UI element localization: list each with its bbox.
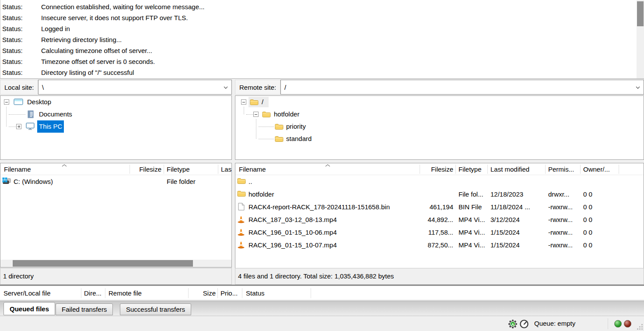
file-name[interactable]: RACK_196_01-15_10-06.mp4 — [248, 226, 337, 239]
expand-icon[interactable] — [16, 124, 21, 129]
tree-item-root[interactable]: / — [235, 96, 644, 108]
tab-successful-transfers[interactable]: Successful transfers — [120, 303, 191, 315]
local-list-hscrollbar-thumb[interactable] — [13, 260, 193, 267]
remote-site-combobox[interactable]: / — [280, 80, 644, 95]
gear-a-icon[interactable] — [508, 319, 518, 329]
local-file-list: Filename Filesize Filetype Last C: (Wind… — [0, 163, 232, 268]
file-owner: 0 0 — [583, 239, 592, 251]
queue-tab-bar: Queued files Failed transfers Successful… — [0, 301, 644, 316]
file-name[interactable]: RACK4-report-RACK_178-20241118-151658.bi… — [248, 201, 390, 213]
column-header-size[interactable]: Size — [190, 286, 216, 300]
log-status-label: Status: — [0, 1, 41, 12]
column-separator[interactable] — [218, 165, 218, 174]
column-separator[interactable] — [580, 165, 581, 174]
folder-icon — [237, 190, 246, 197]
column-header-status[interactable]: Status — [246, 286, 265, 300]
column-header-server-local-file[interactable]: Server/Local file — [4, 286, 51, 300]
tree-item-label[interactable]: Documents — [39, 108, 72, 120]
column-separator[interactable] — [105, 288, 105, 298]
log-status-label: Status: — [0, 45, 41, 56]
column-header-filetype[interactable]: Filetype — [458, 163, 482, 175]
column-header-filesize[interactable]: Filesize — [422, 163, 453, 175]
file-row-c-drive[interactable]: C: (Windows) File folder — [0, 175, 231, 188]
tree-item-this-pc[interactable]: This PC — [0, 120, 231, 133]
tree-item-label[interactable]: / — [262, 96, 263, 108]
column-separator[interactable] — [545, 165, 546, 174]
file-modified: 1/15/2024 — [490, 226, 520, 239]
column-header-priority[interactable]: Prio... — [220, 286, 238, 300]
file-name[interactable]: RACK_196_01-15_10-07.mp4 — [248, 239, 337, 251]
remote-list-status: 4 files and 1 directory. Total size: 1,0… — [235, 268, 644, 285]
tree-item-label[interactable]: hotfolder — [274, 108, 299, 120]
column-header-filename[interactable]: Filename — [4, 163, 31, 175]
file-name[interactable]: RACK_187_03-12_08-13.mp4 — [248, 213, 337, 226]
column-separator[interactable] — [81, 288, 81, 298]
green-status-ball-icon — [614, 320, 622, 327]
column-header-owner[interactable]: Owner/... — [583, 163, 610, 175]
file-size: 44,892... — [422, 213, 453, 226]
column-header-direction[interactable]: Dire... — [84, 286, 102, 300]
computer-icon — [26, 123, 35, 130]
tab-failed-transfers[interactable]: Failed transfers — [56, 303, 113, 315]
column-separator[interactable] — [188, 288, 189, 298]
column-separator[interactable] — [619, 165, 619, 174]
file-permissions: -rwxrw... — [548, 226, 573, 239]
collapse-icon[interactable] — [241, 99, 246, 105]
chevron-down-icon[interactable] — [636, 86, 640, 89]
column-separator[interactable] — [130, 165, 130, 174]
file-row-mp4[interactable]: RACK_187_03-12_08-13.mp4 44,892... MP4 V… — [235, 213, 644, 226]
windows-drive-icon — [2, 177, 11, 184]
file-modified: 1/15/2024 — [490, 239, 520, 251]
column-separator[interactable] — [455, 165, 456, 174]
file-name[interactable]: C: (Windows) — [14, 175, 53, 188]
file-modified: 11/18/2024 ... — [490, 201, 530, 213]
column-header-last-modified[interactable]: Last modified — [490, 163, 529, 175]
tree-item-hotfolder[interactable]: hotfolder — [235, 108, 644, 120]
column-header-remote-file[interactable]: Remote file — [108, 286, 142, 300]
log-scrollbar-thumb[interactable] — [637, 1, 644, 26]
tab-queued-files[interactable]: Queued files — [4, 302, 55, 315]
log-message: Insecure server, it does not support FTP… — [41, 14, 188, 21]
tree-item-desktop[interactable]: Desktop — [0, 96, 231, 108]
tree-item-label[interactable]: standard — [286, 133, 312, 145]
column-separator[interactable] — [311, 288, 311, 298]
tree-item-label[interactable]: Desktop — [27, 96, 51, 108]
file-row-parent-dir[interactable]: .. — [235, 175, 644, 188]
log-scrollbar[interactable] — [637, 0, 644, 78]
tree-item-label[interactable]: priority — [286, 120, 306, 133]
column-header-filename[interactable]: Filename — [239, 163, 266, 175]
column-header-filetype[interactable]: Filetype — [167, 163, 190, 175]
file-permissions: drwxr... — [548, 188, 569, 201]
vlc-media-icon — [237, 215, 245, 223]
tree-item-priority[interactable]: priority — [235, 120, 644, 133]
column-separator[interactable] — [420, 165, 420, 174]
tree-item-documents[interactable]: Documents — [0, 108, 231, 120]
file-row-mp4[interactable]: RACK_196_01-15_10-07.mp4 872,50... MP4 V… — [235, 239, 644, 251]
collapse-icon[interactable] — [253, 112, 259, 117]
file-row-hotfolder[interactable]: hotfolder File fol... 12/18/2023 drwxr..… — [235, 188, 644, 201]
panel-splitter[interactable] — [232, 80, 235, 285]
chevron-down-icon[interactable] — [224, 86, 228, 89]
log-message: Retrieving directory listing... — [41, 36, 122, 43]
file-name[interactable]: .. — [248, 175, 252, 188]
message-log-panel: Status:Connection established, waiting f… — [0, 0, 644, 79]
column-separator[interactable] — [164, 165, 164, 174]
column-header-last-modified[interactable]: Last — [221, 163, 232, 175]
file-name[interactable]: hotfolder — [248, 188, 274, 201]
tree-item-label-selected[interactable]: This PC — [37, 120, 64, 133]
tree-item-standard[interactable]: standard — [235, 133, 644, 145]
file-type: File fol... — [458, 188, 483, 201]
column-separator[interactable] — [217, 288, 218, 298]
local-list-hscrollbar[interactable] — [0, 260, 231, 267]
speedlimit-gauge-icon[interactable] — [519, 319, 529, 329]
column-header-filesize[interactable]: Filesize — [132, 163, 161, 175]
local-site-combobox[interactable]: \ — [38, 80, 232, 95]
column-separator[interactable] — [487, 165, 488, 174]
column-header-permissions[interactable]: Permis... — [548, 163, 574, 175]
remote-site-bar: Remote site: / — [235, 80, 644, 95]
resize-grip[interactable] — [637, 324, 643, 330]
collapse-icon[interactable] — [4, 99, 9, 105]
file-row-mp4[interactable]: RACK_196_01-15_10-06.mp4 117,58... MP4 V… — [235, 226, 644, 239]
file-row-bin-report[interactable]: RACK4-report-RACK_178-20241118-151658.bi… — [235, 201, 644, 213]
column-separator[interactable] — [242, 288, 242, 298]
